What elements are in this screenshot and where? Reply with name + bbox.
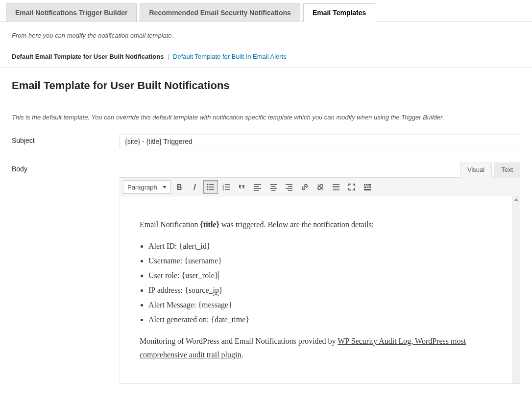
subject-input[interactable] xyxy=(120,134,520,149)
svg-rect-9 xyxy=(225,187,230,188)
svg-point-2 xyxy=(207,187,209,188)
subject-row: Subject xyxy=(12,134,520,149)
scroll-up-icon xyxy=(514,198,519,201)
fullscreen-button[interactable] xyxy=(344,180,359,194)
bulleted-list-button[interactable] xyxy=(203,180,218,194)
align-left-icon xyxy=(253,182,263,192)
tab-trigger-builder[interactable]: Email Notifications Trigger Builder xyxy=(6,3,137,22)
body-detail-list: Alert ID: {alert_id} Username: {username… xyxy=(140,239,492,327)
editor-toolbar: Paragraph 123 xyxy=(120,178,520,196)
align-center-icon xyxy=(268,182,278,192)
italic-button[interactable] xyxy=(188,180,202,194)
svg-rect-12 xyxy=(254,184,261,185)
editor-content[interactable]: Email Notification {title} was triggered… xyxy=(120,196,512,383)
svg-rect-33 xyxy=(364,189,371,190)
svg-rect-30 xyxy=(364,187,366,188)
svg-rect-24 xyxy=(333,184,339,185)
align-left-button[interactable] xyxy=(250,180,265,194)
svg-rect-14 xyxy=(254,188,261,189)
chevron-down-icon xyxy=(163,186,167,188)
list-item: IP address: {source_ip} xyxy=(148,283,492,297)
svg-rect-32 xyxy=(369,187,371,188)
list-item: Alert Message: {message} xyxy=(148,298,492,312)
subject-label: Subject xyxy=(12,134,120,144)
svg-text:3: 3 xyxy=(222,188,224,191)
unlink-icon xyxy=(315,182,325,192)
remove-link-button[interactable] xyxy=(313,180,328,194)
editor-wrap: Paragraph 123 xyxy=(120,178,520,384)
quote-icon xyxy=(237,182,247,192)
list-item: Alert ID: {alert_id} xyxy=(148,239,492,253)
svg-rect-20 xyxy=(286,184,292,185)
subnav-current: Default Email Template for User Built No… xyxy=(12,53,164,60)
editor-tab-text[interactable]: Text xyxy=(494,163,520,178)
link-icon xyxy=(300,182,310,192)
svg-rect-7 xyxy=(225,184,230,185)
svg-rect-11 xyxy=(225,189,230,190)
format-selector-value: Paragraph xyxy=(127,184,157,191)
body-footer-pre: Monitoring of WordPress and Email Notifi… xyxy=(140,337,338,345)
list-ol-icon: 123 xyxy=(221,182,231,192)
list-item: User role: {user_role} xyxy=(148,269,492,282)
numbered-list-button[interactable]: 123 xyxy=(219,180,234,194)
tab-email-templates[interactable]: Email Templates xyxy=(303,3,375,22)
svg-rect-15 xyxy=(254,190,259,191)
kitchen-sink-icon xyxy=(363,182,372,192)
insert-link-button[interactable] xyxy=(297,180,312,194)
fullscreen-icon xyxy=(347,182,357,192)
svg-rect-3 xyxy=(209,187,214,188)
svg-rect-23 xyxy=(288,190,292,191)
page-description: This is the default template. You can ov… xyxy=(12,114,520,121)
svg-point-4 xyxy=(207,189,209,190)
insert-more-button[interactable] xyxy=(329,180,343,194)
list-item: Alert generated on: {date_time} xyxy=(148,313,492,327)
body-intro-title: {title} xyxy=(200,220,219,229)
list-item: Username: {username} xyxy=(148,254,492,268)
svg-rect-28 xyxy=(366,184,368,186)
svg-rect-29 xyxy=(368,184,371,186)
svg-rect-19 xyxy=(271,190,276,191)
italic-icon xyxy=(190,182,200,192)
svg-rect-22 xyxy=(286,188,292,189)
blockquote-button[interactable] xyxy=(235,180,249,194)
svg-rect-18 xyxy=(270,188,277,189)
svg-rect-1 xyxy=(209,184,214,185)
format-selector[interactable]: Paragraph xyxy=(123,180,171,194)
svg-rect-17 xyxy=(271,186,276,187)
tab-recommended-security[interactable]: Recommended Email Security Notifications xyxy=(140,3,300,22)
body-footer-post: . xyxy=(242,351,243,359)
body-intro-post: was triggered. Below are the notificatio… xyxy=(219,220,374,229)
svg-rect-25 xyxy=(333,186,339,187)
intro-text: From here you can modify the notificatio… xyxy=(0,22,532,48)
svg-rect-27 xyxy=(364,184,365,186)
svg-rect-16 xyxy=(270,184,277,185)
svg-rect-5 xyxy=(209,189,214,190)
bold-button[interactable] xyxy=(172,180,187,194)
svg-rect-31 xyxy=(367,187,369,188)
read-more-icon xyxy=(331,182,341,192)
align-right-icon xyxy=(284,182,294,192)
body-row: Body Visual Text Paragraph xyxy=(12,162,520,384)
align-right-button[interactable] xyxy=(282,180,296,194)
svg-rect-21 xyxy=(288,186,292,187)
bold-icon xyxy=(174,182,184,192)
align-center-button[interactable] xyxy=(266,180,281,194)
toolbar-toggle-button[interactable] xyxy=(360,180,375,194)
body-label: Body xyxy=(12,162,120,173)
page-title: Email Template for User Built Notificati… xyxy=(12,79,520,92)
list-ul-icon xyxy=(206,182,216,192)
svg-rect-26 xyxy=(333,189,339,190)
svg-rect-13 xyxy=(254,186,259,187)
subnav-builtin-link[interactable]: Default Template for Built-in Email Aler… xyxy=(173,53,287,60)
editor-scrollbar[interactable] xyxy=(512,196,520,383)
template-subnav: Default Email Template for User Built No… xyxy=(0,48,532,68)
subnav-separator: | xyxy=(166,53,171,60)
editor-tab-visual[interactable]: Visual xyxy=(460,163,492,178)
body-intro-pre: Email Notification xyxy=(140,220,200,229)
editor-mode-tabs: Visual Text xyxy=(120,162,520,178)
svg-point-0 xyxy=(207,184,209,186)
main-tabs: Email Notifications Trigger Builder Reco… xyxy=(0,0,532,22)
